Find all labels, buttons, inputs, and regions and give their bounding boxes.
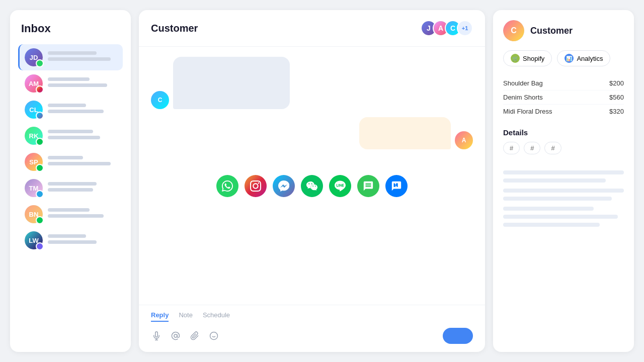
microphone-icon[interactable] (151, 330, 162, 341)
inbox-avatar-1: JD (25, 48, 43, 66)
text-line-name-2 (48, 77, 90, 81)
order-price-0: $200 (609, 79, 624, 87)
mention-icon[interactable] (170, 330, 181, 341)
content-placeholder-group (503, 170, 624, 231)
text-line-msg-4 (48, 136, 100, 139)
tag-2[interactable]: # (544, 142, 561, 154)
details-title: Details (503, 128, 624, 137)
analytics-label: Analytics (577, 55, 603, 62)
shopify-button[interactable]: 🛒 Shopify (503, 50, 552, 66)
channel-badge-5 (36, 164, 44, 172)
tag-1[interactable]: # (524, 142, 540, 154)
channel-icons-row (139, 169, 485, 203)
agent-avatar: A (455, 131, 473, 149)
inbox-item-3[interactable]: CL (18, 97, 123, 123)
shopify-icon: 🛒 (511, 54, 520, 63)
text-line-name-6 (48, 182, 97, 186)
chat-header: Customer J A C +1 (139, 10, 485, 47)
text-line-msg-3 (48, 110, 104, 113)
avatar-stack: J A C +1 (421, 20, 473, 36)
text-line-name-7 (48, 208, 90, 212)
channel-messenger[interactable] (273, 175, 295, 197)
order-item-0: Shoulder Bag $200 (503, 76, 624, 90)
inbox-avatar-4: RK (25, 127, 43, 145)
reply-toolbar (151, 328, 473, 344)
tab-note[interactable]: Note (179, 311, 192, 322)
sender-avatar: C (151, 91, 169, 109)
channel-badge-1 (36, 59, 44, 67)
channel-whatsapp[interactable] (216, 175, 238, 197)
inbox-item-8[interactable]: LW (18, 227, 123, 253)
channel-badge-6 (36, 190, 44, 198)
message-incoming-1: C (151, 57, 473, 109)
tag-0[interactable]: # (503, 142, 520, 154)
inbox-text-2 (48, 77, 118, 89)
channel-chat-bubble[interactable] (385, 175, 408, 197)
send-button[interactable] (443, 328, 473, 344)
inbox-text-8 (48, 234, 118, 246)
chat-title: Customer (151, 23, 198, 34)
text-line-msg-5 (48, 162, 111, 165)
channel-sms[interactable] (357, 175, 379, 197)
chat-messages: C A (139, 47, 485, 169)
customer-name: Customer (530, 26, 573, 36)
inbox-avatar-3: CL (25, 101, 43, 119)
placeholder-line-5 (503, 207, 594, 211)
analytics-button[interactable]: 📊 Analytics (557, 50, 610, 66)
channel-badge-4 (36, 138, 44, 146)
text-line-msg-6 (48, 188, 93, 192)
attachment-icon[interactable] (189, 330, 200, 341)
order-name-2: Midi Floral Dress (503, 108, 552, 115)
text-line-name-1 (48, 51, 97, 55)
order-name-0: Shoulder Bag (503, 79, 543, 87)
analytics-icon: 📊 (565, 54, 574, 63)
inbox-avatar-8: LW (25, 231, 43, 249)
inbox-item-5[interactable]: SP (18, 149, 123, 175)
text-line-name-3 (48, 104, 86, 107)
text-line-msg-7 (48, 214, 104, 218)
inbox-item-2[interactable]: AM (18, 70, 123, 97)
order-price-2: $320 (609, 108, 624, 115)
svg-point-2 (174, 334, 177, 337)
details-section: Details ### (503, 128, 624, 162)
message-outgoing-1: A (151, 117, 473, 149)
inbox-item-4[interactable]: RK (18, 123, 123, 149)
placeholder-line-3 (503, 189, 624, 193)
placeholder-line-7 (503, 223, 600, 227)
inbox-item-1[interactable]: JD (18, 44, 123, 70)
bubble-outgoing-1 (359, 117, 451, 149)
order-item-1: Denim Shorts $560 (503, 90, 624, 105)
text-line-name-5 (48, 156, 83, 159)
reply-tools (151, 330, 219, 341)
chat-footer: Reply Note Schedule (139, 305, 485, 352)
inbox-item-7[interactable]: BN (18, 201, 123, 227)
channel-badge-8 (36, 242, 44, 250)
text-line-msg-1 (48, 57, 111, 61)
chat-empty-space (139, 203, 485, 305)
inbox-text-5 (48, 156, 118, 168)
order-price-1: $560 (609, 94, 624, 101)
text-line-msg-2 (48, 83, 107, 87)
stack-avatar-more: +1 (457, 20, 473, 36)
reply-tabs: Reply Note Schedule (151, 311, 473, 322)
placeholder-line-2 (503, 178, 606, 183)
inbox-list: JD AM CL (18, 44, 123, 253)
placeholder-line-6 (503, 215, 618, 219)
channel-instagram[interactable] (245, 175, 267, 197)
tab-reply[interactable]: Reply (151, 311, 169, 322)
placeholder-line-1 (503, 170, 624, 174)
channel-badge-7 (36, 216, 44, 224)
text-line-name-8 (48, 234, 86, 238)
text-line-name-4 (48, 130, 93, 133)
inbox-item-6[interactable]: TM (18, 175, 123, 201)
customer-header: C Customer (503, 20, 624, 41)
placeholder-line-4 (503, 197, 612, 201)
channel-wechat[interactable] (301, 175, 323, 197)
inbox-panel: Inbox JD AM (10, 10, 131, 352)
emoji-icon[interactable] (208, 330, 219, 341)
inbox-text-7 (48, 208, 118, 220)
right-panel: C Customer 🛒 Shopify 📊 Analytics Shoulde… (493, 10, 634, 352)
tab-schedule[interactable]: Schedule (203, 311, 230, 322)
integration-buttons: 🛒 Shopify 📊 Analytics (503, 50, 624, 66)
channel-line[interactable] (329, 175, 351, 197)
